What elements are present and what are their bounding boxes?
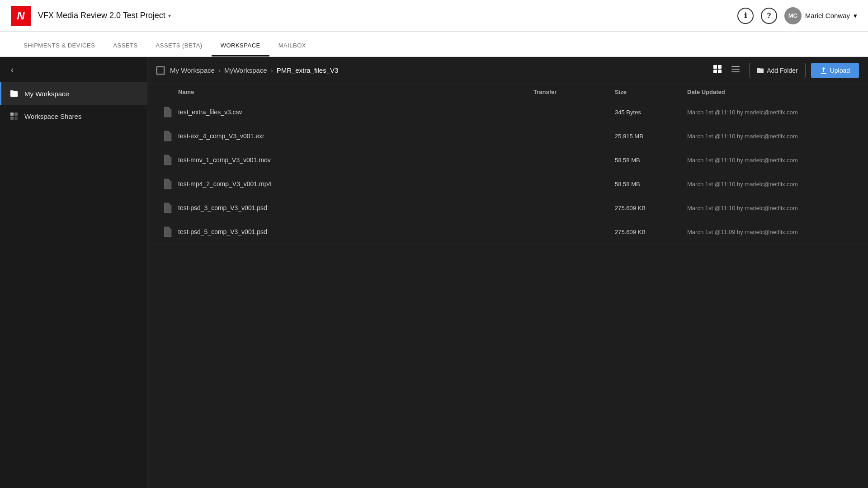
svg-rect-10 (731, 71, 740, 72)
breadcrumb-current: PMR_extra_files_V3 (277, 66, 339, 74)
breadcrumb-sep-1: › (218, 66, 221, 74)
sidebar-item-label-my-workspace: My Workspace (24, 90, 69, 98)
col-transfer: Transfer (533, 89, 615, 95)
content-toolbar: My Workspace › MyWorkspace › PMR_extra_f… (147, 57, 868, 84)
col-size: Size (615, 89, 687, 95)
file-icon-cell (156, 131, 178, 141)
file-name: test-psd_5_comp_V3_v001.psd (178, 228, 533, 235)
shares-icon (9, 111, 19, 121)
app-header: N VFX Media Review 2.0 Test Project ▾ ℹ … (0, 0, 868, 32)
svg-rect-3 (14, 117, 18, 120)
file-date: March 1st @11:10 by marielc@netflix.com (687, 133, 859, 140)
file-icon-cell (156, 226, 178, 237)
table-row[interactable]: test-mov_1_comp_V3_v001.mov 58.58 MB Mar… (147, 148, 868, 172)
svg-rect-4 (713, 65, 717, 69)
sidebar: ‹ My Workspace Workspace Shares (0, 57, 147, 488)
file-icon-cell (156, 107, 178, 117)
file-name: test-mp4_2_comp_V3_v001.mp4 (178, 180, 533, 188)
add-folder-button[interactable]: Add Folder (749, 63, 805, 78)
file-size: 58.58 MB (615, 157, 687, 164)
file-date: March 1st @11:09 by marielc@netflix.com (687, 229, 859, 235)
breadcrumb-part-2[interactable]: MyWorkspace (224, 66, 267, 74)
file-name: test_extra_files_v3.csv (178, 108, 533, 116)
breadcrumb-part-1[interactable]: My Workspace (170, 66, 215, 74)
svg-rect-6 (713, 70, 717, 73)
file-icon (163, 226, 172, 237)
file-icon (163, 107, 172, 117)
svg-rect-9 (731, 69, 740, 70)
project-title-text: VFX Media Review 2.0 Test Project (38, 11, 165, 20)
file-date: March 1st @11:10 by marielc@netflix.com (687, 109, 859, 116)
user-dropdown-arrow: ▾ (854, 12, 857, 20)
file-size: 275.609 KB (615, 205, 687, 211)
file-list-header: Name Transfer Size Date Updated (147, 84, 868, 100)
file-icon (163, 131, 172, 141)
file-size: 25.915 MB (615, 133, 687, 140)
project-dropdown-arrow: ▾ (168, 13, 171, 19)
sidebar-item-label-workspace-shares: Workspace Shares (24, 113, 81, 120)
tab-assets[interactable]: ASSETS (104, 36, 146, 56)
view-toggle (709, 62, 744, 79)
upload-label: Upload (830, 67, 850, 74)
avatar: MC (784, 7, 802, 24)
file-name: test-psd_3_comp_V3_v001.psd (178, 204, 533, 211)
svg-rect-0 (10, 113, 14, 116)
col-date: Date Updated (687, 89, 859, 95)
svg-rect-7 (718, 70, 722, 73)
sidebar-header: ‹ (0, 57, 147, 82)
file-name: test-exr_4_comp_V3_v001.exr (178, 132, 533, 140)
content-area: My Workspace › MyWorkspace › PMR_extra_f… (147, 57, 868, 488)
file-icon-cell (156, 202, 178, 213)
table-row[interactable]: test-exr_4_comp_V3_v001.exr 25.915 MB Ma… (147, 124, 868, 148)
file-rows: test_extra_files_v3.csv 345 Bytes March … (147, 100, 868, 244)
file-icon (163, 178, 172, 189)
file-size: 275.609 KB (615, 229, 687, 235)
add-folder-label: Add Folder (767, 67, 797, 74)
upload-button[interactable]: Upload (811, 63, 859, 78)
grid-view-button[interactable] (709, 62, 726, 79)
project-title-dropdown[interactable]: VFX Media Review 2.0 Test Project ▾ (38, 11, 171, 20)
svg-rect-8 (731, 66, 740, 67)
info-icon: ℹ (744, 11, 747, 20)
header-icons: ℹ ? MC Mariel Conway ▾ (737, 7, 857, 24)
svg-rect-5 (718, 65, 722, 69)
col-name: Name (178, 89, 533, 95)
file-date: March 1st @11:10 by marielc@netflix.com (687, 205, 859, 211)
table-row[interactable]: test-mp4_2_comp_V3_v001.mp4 58.58 MB Mar… (147, 172, 868, 196)
info-button[interactable]: ℹ (737, 8, 754, 24)
file-list: Name Transfer Size Date Updated test_ext… (147, 84, 868, 488)
help-icon: ? (767, 12, 771, 20)
file-icon (163, 202, 172, 213)
main-layout: ‹ My Workspace Workspace Shares (0, 57, 868, 488)
sidebar-item-my-workspace[interactable]: My Workspace (0, 82, 147, 105)
folder-icon (9, 89, 19, 99)
svg-rect-2 (10, 117, 14, 120)
select-all-checkbox[interactable] (156, 66, 165, 75)
tab-mailbox[interactable]: MAILBOX (269, 36, 315, 56)
sidebar-collapse-button[interactable]: ‹ (7, 61, 17, 78)
file-size: 58.58 MB (615, 181, 687, 188)
tab-shipments[interactable]: SHIPMENTS & DEVICES (14, 36, 104, 56)
table-row[interactable]: test-psd_5_comp_V3_v001.psd 275.609 KB M… (147, 220, 868, 244)
file-icon-cell (156, 155, 178, 165)
user-menu[interactable]: MC Mariel Conway ▾ (784, 7, 857, 24)
table-row[interactable]: test-psd_3_comp_V3_v001.psd 275.609 KB M… (147, 196, 868, 220)
list-view-button[interactable] (727, 62, 744, 79)
file-icon (163, 155, 172, 165)
collapse-icon: ‹ (11, 65, 14, 74)
netflix-logo: N (11, 6, 31, 26)
sidebar-item-workspace-shares[interactable]: Workspace Shares (0, 105, 147, 127)
breadcrumb-sep-2: › (271, 66, 273, 74)
help-button[interactable]: ? (761, 8, 777, 24)
file-date: March 1st @11:10 by marielc@netflix.com (687, 181, 859, 188)
file-size: 345 Bytes (615, 109, 687, 116)
file-name: test-mov_1_comp_V3_v001.mov (178, 156, 533, 164)
file-date: March 1st @11:10 by marielc@netflix.com (687, 157, 859, 164)
tab-assets-beta[interactable]: ASSETS (BETA) (147, 36, 212, 56)
breadcrumb: My Workspace › MyWorkspace › PMR_extra_f… (170, 66, 338, 74)
tab-workspace[interactable]: WORKSPACE (212, 36, 269, 56)
file-icon-cell (156, 178, 178, 189)
svg-rect-1 (14, 113, 18, 116)
nav-tabs: SHIPMENTS & DEVICES ASSETS ASSETS (BETA)… (0, 32, 868, 57)
table-row[interactable]: test_extra_files_v3.csv 345 Bytes March … (147, 100, 868, 124)
